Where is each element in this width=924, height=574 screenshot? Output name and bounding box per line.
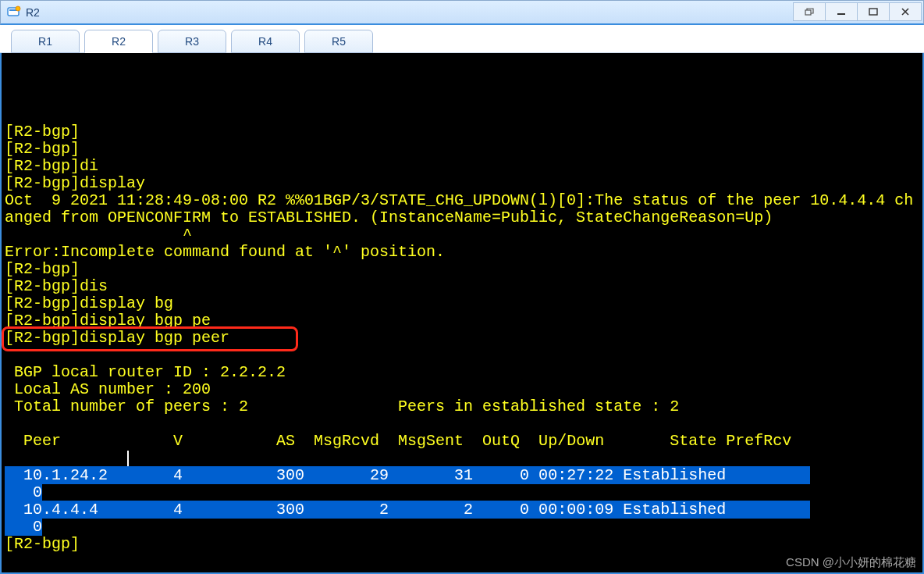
tab-r1[interactable]: R1 (11, 30, 80, 53)
terminal-line: [R2-bgp]display bgp pe (5, 312, 919, 330)
terminal-line: ^ (5, 226, 919, 244)
tab-bar: R1R2R3R4R5 (0, 25, 924, 53)
terminal-line: [R2-bgp] (5, 141, 919, 158)
terminal-line: Total number of peers : 2 Peers in estab… (5, 398, 919, 415)
tab-label: R1 (38, 35, 52, 48)
terminal-line: Oct 9 2021 11:28:49-08:00 R2 %%01BGP/3/S… (5, 192, 919, 226)
restore-icon (804, 7, 815, 16)
tab-label: R5 (332, 35, 346, 48)
terminal-line: [R2-bgp] (5, 261, 919, 278)
close-button[interactable] (889, 2, 922, 21)
terminal-line: [R2-bgp]display (5, 175, 919, 192)
terminal-line: [R2-bgp]di (5, 158, 919, 175)
maximize-button[interactable] (857, 2, 890, 21)
terminal-line: [R2-bgp]display bgp peer (5, 330, 919, 347)
terminal-line (5, 347, 919, 364)
tab-r3[interactable]: R3 (158, 30, 226, 53)
terminal-line: [R2-bgp]dis (5, 278, 919, 295)
watermark: CSDN @小小妍的棉花糖 (786, 554, 916, 571)
terminal-pane[interactable]: CSDN @小小妍的棉花糖 [R2-bgp][R2-bgp][R2-bgp]di… (0, 53, 924, 574)
tab-r4[interactable]: R4 (231, 30, 300, 53)
terminal-line: [R2-bgp]display bg (5, 295, 919, 312)
tab-label: R4 (258, 35, 272, 48)
peer-row: 10.4.4.4 4 300 2 2 0 00:00:09 Establishe… (5, 501, 919, 519)
terminal-line: Local AS number : 200 (5, 381, 919, 398)
close-icon (900, 7, 911, 16)
svg-rect-3 (805, 10, 811, 15)
minimize-button[interactable] (825, 2, 858, 21)
peer-row-wrap: 0 (5, 484, 919, 501)
tab-r5[interactable]: R5 (304, 30, 373, 53)
app-icon (7, 5, 21, 20)
text-cursor (127, 451, 129, 466)
peer-row: 10.1.24.2 4 300 29 31 0 00:27:22 Establi… (5, 467, 919, 484)
window-title: R2 (26, 6, 40, 19)
terminal-line: Error:Incomplete command found at '^' po… (5, 244, 919, 261)
terminal-line: Peer V AS MsgRcvd MsgSent OutQ Up/Down S… (5, 433, 919, 450)
window-controls (794, 2, 922, 21)
maximize-icon (868, 7, 879, 16)
restore-down-button[interactable] (793, 2, 826, 21)
terminal-prompt: [R2-bgp] (5, 536, 919, 553)
tab-r2[interactable]: R2 (84, 30, 153, 53)
app-window: { "window": { "title": "R2" }, "tabs": [… (0, 0, 924, 574)
terminal-line: [R2-bgp] (5, 123, 919, 141)
svg-rect-5 (869, 9, 877, 15)
minimize-icon (836, 7, 847, 16)
peer-row-wrap: 0 (5, 519, 919, 536)
tab-label: R3 (185, 35, 199, 48)
titlebar: R2 (0, 0, 924, 25)
terminal-line: BGP local router ID : 2.2.2.2 (5, 364, 919, 381)
svg-point-2 (16, 6, 20, 11)
terminal-line (5, 450, 919, 467)
tab-label: R2 (112, 35, 126, 48)
terminal-line (5, 415, 919, 433)
